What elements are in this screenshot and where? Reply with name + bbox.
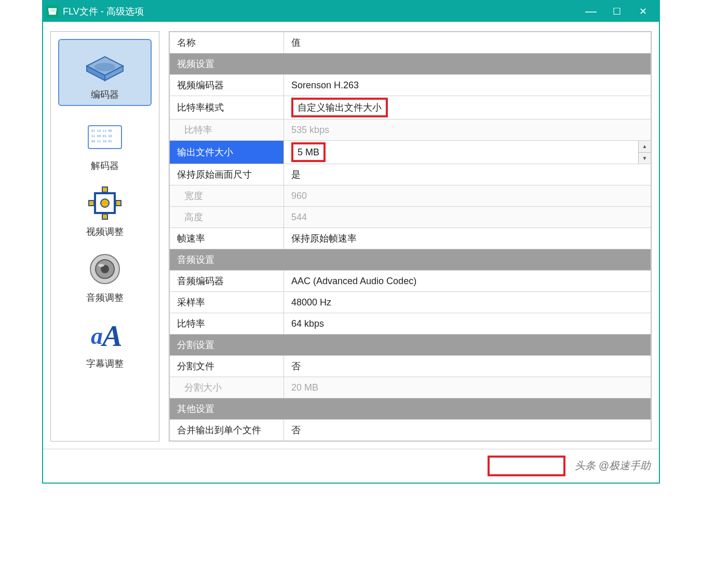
cell-value: 64 kbps	[284, 313, 651, 335]
minimize-button[interactable]: —	[578, 1, 604, 22]
settings-table-panel: 名称 值 视频设置 视频编码器 Sorenson H.263 比特率模式 自定义…	[169, 31, 652, 442]
cell-name: 分割大小	[170, 377, 284, 398]
titlebar: FLV文件 - 高级选项 — ☐ ✕	[43, 1, 659, 22]
svg-rect-14	[89, 201, 94, 206]
svg-point-5	[95, 63, 115, 71]
cell-value: 20 MB	[284, 377, 651, 398]
row-output-size[interactable]: 输出文件大小 5 MB ▲ ▼	[170, 141, 651, 164]
spin-down-button[interactable]: ▼	[639, 153, 651, 164]
row-width: 宽度 960	[170, 185, 651, 207]
sidebar-item-label: 字幕调整	[58, 357, 152, 370]
section-label: 音频设置	[170, 249, 651, 271]
row-merge-output[interactable]: 合并输出到单个文件 否	[170, 420, 651, 441]
cell-value: 544	[284, 207, 651, 228]
svg-marker-1	[50, 9, 56, 12]
cell-value: 48000 Hz	[284, 292, 651, 313]
col-header-value: 值	[284, 32, 651, 54]
cell-name: 分割文件	[170, 356, 284, 377]
sidebar-item-label: 编码器	[59, 88, 151, 101]
section-label: 视频设置	[170, 54, 651, 75]
sidebar-item-decoder[interactable]: 01 10 11 00 11 00 01 10 00 11 10 01 解码器	[58, 117, 152, 172]
svg-text:11 00 01 10: 11 00 01 10	[91, 134, 112, 138]
cell-name: 帧速率	[170, 228, 284, 249]
section-other: 其他设置	[170, 398, 651, 420]
cell-value: 535 kbps	[284, 119, 651, 141]
cell-name: 比特率	[170, 313, 284, 335]
app-icon	[46, 5, 59, 18]
maximize-button[interactable]: ☐	[604, 1, 630, 22]
row-video-encoder[interactable]: 视频编码器 Sorenson H.263	[170, 75, 651, 96]
sidebar-item-label: 音频调整	[58, 291, 152, 304]
row-keep-original-size[interactable]: 保持原始画面尺寸 是	[170, 164, 651, 185]
section-video: 视频设置	[170, 54, 651, 75]
cell-value: Sorenson H.263	[284, 75, 651, 96]
svg-point-19	[98, 264, 104, 267]
sidebar-item-subtitle-adjust[interactable]: a A 字幕调整	[58, 315, 152, 370]
cell-name: 视频编码器	[170, 75, 284, 96]
row-height: 高度 544	[170, 207, 651, 228]
svg-text:00 11 10 01: 00 11 10 01	[91, 139, 112, 143]
sidebar-item-video-adjust[interactable]: 视频调整	[58, 183, 152, 238]
section-audio: 音频设置	[170, 249, 651, 271]
cell-name: 输出文件大小	[170, 141, 284, 164]
decoder-icon: 01 10 11 00 11 00 01 10 00 11 10 01	[79, 117, 131, 156]
cell-name: 保持原始画面尺寸	[170, 164, 284, 185]
row-framerate[interactable]: 帧速率 保持原始帧速率	[170, 228, 651, 249]
cell-value: AAC (Advanced Audio Codec)	[284, 271, 651, 292]
cell-name: 比特率模式	[170, 96, 284, 119]
sidebar-item-label: 视频调整	[58, 225, 152, 238]
dialog-footer: 头条 @极速手助	[43, 449, 659, 483]
highlight-box: 自定义输出文件大小	[291, 98, 388, 117]
ok-button-highlight[interactable]	[488, 456, 565, 476]
svg-point-11	[101, 199, 109, 207]
sidebar-item-audio-adjust[interactable]: 音频调整	[58, 249, 152, 304]
section-label: 分割设置	[170, 335, 651, 356]
svg-text:a: a	[91, 323, 103, 349]
row-bitrate: 比特率 535 kbps	[170, 119, 651, 141]
cell-name: 高度	[170, 207, 284, 228]
cell-name: 合并输出到单个文件	[170, 420, 284, 441]
row-audio-bitrate[interactable]: 比特率 64 kbps	[170, 313, 651, 335]
close-button[interactable]: ✕	[630, 1, 656, 22]
cell-value-editable[interactable]: 5 MB ▲ ▼	[284, 141, 651, 164]
cell-value: 否	[284, 356, 651, 377]
cell-name: 采样率	[170, 292, 284, 313]
row-audio-encoder[interactable]: 音频编码器 AAC (Advanced Audio Codec)	[170, 271, 651, 292]
cell-value: 否	[284, 420, 651, 441]
client-area: 编码器 01 10 11 00 11 00 01 10 00 11 10 01 …	[43, 22, 659, 449]
row-split-file[interactable]: 分割文件 否	[170, 356, 651, 377]
section-split: 分割设置	[170, 335, 651, 356]
watermark-text: 头条 @极速手助	[575, 459, 651, 473]
col-header-name: 名称	[170, 32, 284, 54]
cell-value: 自定义输出文件大小	[284, 96, 651, 119]
row-bitrate-mode[interactable]: 比特率模式 自定义输出文件大小	[170, 96, 651, 119]
subtitle-adjust-icon: a A	[79, 315, 131, 354]
svg-rect-13	[102, 214, 107, 219]
video-adjust-icon	[79, 183, 131, 222]
cell-name: 音频编码器	[170, 271, 284, 292]
cell-value: 保持原始帧速率	[284, 228, 651, 249]
svg-rect-15	[116, 201, 121, 206]
sidebar-item-label: 解码器	[58, 159, 152, 172]
cell-value: 960	[284, 185, 651, 207]
row-sample-rate[interactable]: 采样率 48000 Hz	[170, 292, 651, 313]
dialog-window: FLV文件 - 高级选项 — ☐ ✕ 编码器	[42, 0, 660, 484]
cell-name: 宽度	[170, 185, 284, 207]
cell-name: 比特率	[170, 119, 284, 141]
audio-adjust-icon	[79, 249, 131, 288]
settings-table: 名称 值 视频设置 视频编码器 Sorenson H.263 比特率模式 自定义…	[169, 32, 651, 441]
table-header-row: 名称 值	[170, 32, 651, 54]
cell-value: 是	[284, 164, 651, 185]
svg-rect-12	[102, 187, 107, 192]
sidebar-item-encoder[interactable]: 编码器	[58, 39, 152, 106]
highlight-box: 5 MB	[291, 142, 326, 162]
svg-text:A: A	[101, 319, 123, 353]
window-title: FLV文件 - 高级选项	[63, 5, 144, 18]
svg-text:01 10 11 00: 01 10 11 00	[91, 129, 112, 132]
spin-up-button[interactable]: ▲	[639, 141, 651, 153]
row-split-size: 分割大小 20 MB	[170, 377, 651, 398]
encoder-icon	[79, 46, 131, 85]
category-sidebar: 编码器 01 10 11 00 11 00 01 10 00 11 10 01 …	[50, 31, 159, 442]
spinner-control: ▲ ▼	[638, 141, 651, 164]
section-label: 其他设置	[170, 398, 651, 420]
